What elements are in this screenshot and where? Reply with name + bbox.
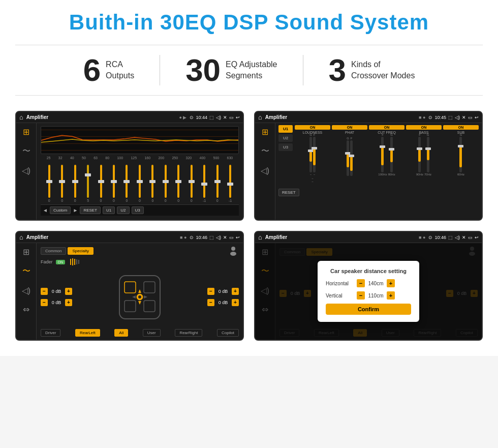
crossover-reset-btn[interactable]: RESET <box>278 189 299 196</box>
fader-bottom-btns: Driver RearLeft All User RearRight Copil… <box>41 328 239 338</box>
bass-slider-g[interactable]: G 70Hz <box>424 133 431 176</box>
btn-rearright[interactable]: RearRight <box>175 329 202 337</box>
sub-slider-g[interactable]: G 60Hz <box>457 133 464 176</box>
confirm-button[interactable]: Confirm <box>326 304 411 315</box>
svg-marker-9 <box>138 289 141 293</box>
sidebar-sliders-icon[interactable]: ⊞ <box>23 127 29 137</box>
home-icon-4[interactable]: ⌂ <box>258 233 262 241</box>
status-icons-s2: ■ ● <box>419 115 425 120</box>
bass-sliders: F 90Hz G <box>416 135 431 176</box>
fader-slider-row[interactable] <box>70 258 79 265</box>
eq-slider-6[interactable]: 0 <box>122 165 131 202</box>
tab-common[interactable]: Common <box>41 247 66 255</box>
eq-slider-1[interactable]: 0 <box>58 165 66 202</box>
loudness-slider-g[interactable]: G ~ <box>309 133 312 176</box>
phat-slider-f[interactable]: F <box>350 137 353 176</box>
horizontal-plus-btn[interactable]: + <box>387 279 395 287</box>
back-icon-1[interactable]: ↩ <box>236 115 240 120</box>
eq-slider-7[interactable]: 0 <box>136 165 144 202</box>
btn-driver[interactable]: Driver <box>41 329 60 337</box>
cam-icon-2: ⬚ <box>448 115 453 120</box>
eq-slider-5[interactable]: 0 <box>110 165 118 202</box>
eq-reset-btn[interactable]: RESET <box>80 206 101 214</box>
car-svg <box>112 272 168 322</box>
bass-toggle[interactable]: ON <box>406 125 442 130</box>
eq-next-arrow[interactable]: ► <box>73 207 78 213</box>
btn-copilot[interactable]: Copilot <box>217 329 239 337</box>
horizontal-minus-btn[interactable]: − <box>357 279 365 287</box>
back-icon-4[interactable]: ↩ <box>475 235 479 240</box>
phat-toggle[interactable]: ON <box>332 125 367 130</box>
sidebar-sliders-icon-3[interactable]: ⊞ <box>23 247 29 257</box>
vertical-plus-btn[interactable]: + <box>387 291 395 300</box>
db-minus-fr[interactable]: − <box>207 288 214 295</box>
sub-toggle[interactable]: ON <box>443 125 479 130</box>
eq-slider-12[interactable]: -1 <box>200 165 208 202</box>
sidebar-wave-icon-3[interactable]: 〜 <box>22 266 30 277</box>
sidebar-wave-icon-2[interactable]: 〜 <box>261 146 269 157</box>
home-icon-2[interactable]: ⌂ <box>258 113 262 121</box>
loudness-toggle[interactable]: ON <box>295 125 330 130</box>
eq-slider-13[interactable]: 0 <box>213 165 222 202</box>
preset-u2[interactable]: U2 <box>278 134 293 142</box>
db-plus-fl[interactable]: + <box>65 288 72 295</box>
sidebar-wave-icon[interactable]: 〜 <box>22 146 30 157</box>
home-icon-1[interactable]: ⌂ <box>19 113 23 121</box>
eq-u2-btn[interactable]: U2 <box>117 206 129 214</box>
bass-slider-f[interactable]: F 90Hz <box>416 133 423 176</box>
freq-200: 200 <box>158 156 164 160</box>
eq-u3-btn[interactable]: U3 <box>132 206 144 214</box>
back-icon-3[interactable]: ↩ <box>236 235 240 240</box>
eq-slider-11[interactable]: 0 <box>188 165 196 202</box>
cutfreq-toggle[interactable]: ON <box>369 125 404 130</box>
freq-630: 630 <box>227 156 233 160</box>
eq-slider-9[interactable]: 0 <box>162 165 170 202</box>
eq-slider-3[interactable]: 5 <box>84 165 92 202</box>
status-icons-s3: ■ ● <box>180 235 186 240</box>
btn-all[interactable]: All <box>114 329 128 337</box>
eq-prev-arrow[interactable]: ◄ <box>43 207 48 213</box>
back-icon-2[interactable]: ↩ <box>475 115 479 120</box>
crossover-main: U1 U2 U3 ON LOUDNESS <box>275 123 482 220</box>
db-minus-fl[interactable]: − <box>41 288 48 295</box>
eq-custom-btn[interactable]: Custom <box>50 206 71 214</box>
sidebar-vol-icon-3[interactable]: ◁) <box>22 286 30 295</box>
preset-u1[interactable]: U1 <box>278 125 293 133</box>
speaker-layout: − 0 dB + − 0 dB + <box>41 267 239 326</box>
sidebar-vol-icon-2[interactable]: ◁) <box>261 166 269 175</box>
person-icon <box>228 245 239 256</box>
status-bar-3: ⌂ Amplifier ■ ● ⊙ 10:46 ⬚ ◁) ✕ ▭ ↩ <box>16 232 243 243</box>
sidebar-sliders-icon-2[interactable]: ⊞ <box>262 127 268 137</box>
cutfreq-slider-f[interactable]: F 100Hz <box>378 133 387 176</box>
db-minus-rl[interactable]: − <box>41 299 48 306</box>
vertical-minus-btn[interactable]: − <box>357 291 365 300</box>
x-icon-2: ✕ <box>462 115 466 120</box>
cutfreq-slider-g[interactable]: G 80Hz <box>388 133 395 176</box>
fader-row: Fader ON <box>41 258 239 265</box>
eq-u1-btn[interactable]: U1 <box>103 206 115 214</box>
eq-slider-14[interactable]: -1 <box>226 165 234 202</box>
x-icon-3: ✕ <box>223 235 227 240</box>
fader-on-badge: ON <box>56 260 66 264</box>
eq-slider-0[interactable]: 0 <box>45 165 53 202</box>
fader-label: Fader <box>41 259 53 264</box>
db-plus-rr[interactable]: + <box>232 299 239 306</box>
db-plus-fr[interactable]: + <box>232 288 239 295</box>
location-icon-1: ⊙ <box>190 115 194 120</box>
db-plus-rl[interactable]: + <box>65 299 72 306</box>
eq-slider-4[interactable]: 0 <box>97 165 105 202</box>
db-minus-rr[interactable]: − <box>207 299 214 306</box>
eq-slider-2[interactable]: 0 <box>71 165 79 202</box>
tab-specialty[interactable]: Specialty <box>68 247 93 255</box>
sidebar-expand-icon-3[interactable]: ⇔ <box>23 305 29 314</box>
eq-slider-10[interactable]: 0 <box>174 165 182 202</box>
btn-rearleft[interactable]: RearLeft <box>75 329 100 337</box>
dialog-horizontal-field: Horizontal − 140cm + <box>326 279 411 287</box>
btn-user[interactable]: User <box>143 329 161 337</box>
screen1-body: ⊞ 〜 ◁) <box>16 123 243 220</box>
eq-slider-8[interactable]: 0 <box>148 165 157 202</box>
sidebar-vol-icon[interactable]: ◁) <box>22 166 30 175</box>
preset-u3[interactable]: U3 <box>278 143 293 151</box>
loudness-slider-f[interactable]: F ~ <box>313 133 316 176</box>
home-icon-3[interactable]: ⌂ <box>19 233 23 241</box>
